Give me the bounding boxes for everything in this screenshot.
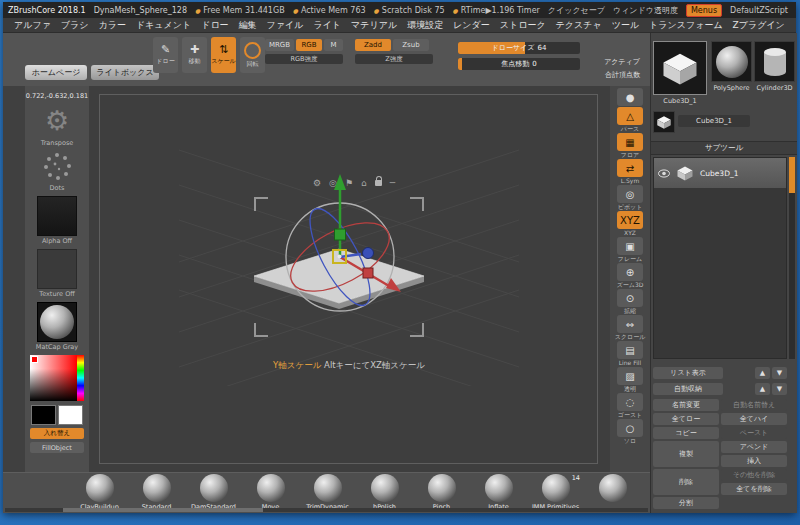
insert-button[interactable]: 挿入 (721, 455, 787, 467)
menu-item[interactable]: 環境設定 (402, 19, 448, 32)
delete-all-button[interactable]: 全てを削除 (721, 483, 787, 495)
rgb-intensity-slider[interactable]: RGB強度 (265, 54, 343, 64)
duplicate-button[interactable]: 複製 (653, 441, 719, 467)
subtool-scrollbar-handle[interactable] (789, 157, 795, 193)
append-button[interactable]: アペンド (721, 441, 787, 453)
rgb-button[interactable]: RGB (296, 39, 322, 51)
homepage-button[interactable]: ホームページ (25, 65, 87, 80)
transparency-toggle[interactable]: ▨ 透明 (617, 367, 643, 392)
brush-thumb[interactable]: ClayBuildup (71, 473, 128, 513)
copy-button[interactable]: コピー (653, 427, 719, 439)
delete-button[interactable]: 削除 (653, 469, 719, 495)
menu-item[interactable]: カラー (93, 19, 130, 32)
transpose-brush-thumb[interactable]: ⚙ (45, 104, 69, 138)
scroll-canvas-button[interactable]: ⇔ スクロール (615, 315, 646, 340)
xyz-axis-toggle[interactable]: XYZ XYZ (617, 211, 643, 236)
material-thumb[interactable] (37, 302, 77, 342)
menu-item[interactable]: アルファ (9, 19, 56, 32)
auto-collapse-button[interactable]: 自動収納 (653, 383, 723, 395)
pivot-toggle[interactable]: ◎ ピボット (617, 185, 643, 210)
window-opacity-button[interactable]: ウィンドウ透明度 (613, 5, 678, 16)
auto-rename-button[interactable]: 自動名前替え (721, 399, 787, 411)
frame-mesh-button[interactable]: ▣ フレーム (617, 237, 643, 262)
menu-item[interactable]: レンダー (448, 19, 495, 32)
m-button[interactable]: M (324, 39, 343, 51)
menu-item[interactable]: ライト (308, 19, 346, 32)
all-low-button[interactable]: 全てロー (653, 413, 719, 425)
brush-thumb[interactable]: IMM Primitives 14 (527, 473, 584, 513)
recent-tool-thumb-cube[interactable] (653, 111, 675, 133)
color-picker[interactable] (30, 355, 84, 401)
collapse-down-button[interactable]: ▼ (772, 383, 787, 395)
active-tool-thumb[interactable] (653, 41, 707, 95)
all-high-button[interactable]: 全てハイ (721, 413, 787, 425)
move-mode-button[interactable]: ✚ 移動 (182, 37, 207, 73)
brush-tray-scrollbar[interactable] (5, 508, 648, 512)
floor-grid-toggle[interactable]: ▦ フロア (617, 133, 643, 158)
menu-item[interactable]: Zプラグイン (728, 19, 790, 32)
brush-thumb[interactable]: TrimDynamic (299, 473, 356, 513)
lightbox-button[interactable]: ライトボックス (91, 65, 159, 80)
menus-button[interactable]: Menus (686, 4, 722, 17)
brush-thumb[interactable]: hPolish (356, 473, 413, 513)
mrgb-button[interactable]: MRGB (265, 39, 294, 51)
scale-mode-button[interactable]: ⇅ スケール (211, 37, 236, 73)
alpha-thumb[interactable] (37, 196, 77, 236)
quick-save-button[interactable]: クイックセーブ (548, 5, 605, 16)
switch-color-button[interactable]: 入れ替え (30, 428, 84, 439)
menu-item[interactable]: ストローク (495, 19, 551, 32)
menu-item[interactable]: ツール (607, 19, 644, 32)
hue-strip[interactable] (77, 355, 84, 401)
menu-item[interactable]: ファイル (262, 19, 309, 32)
brush-thumb[interactable]: Standard (128, 473, 185, 513)
split-button[interactable]: 分割 (653, 497, 719, 509)
menu-item[interactable]: トランスフォーム (644, 19, 727, 32)
delete-other-button[interactable]: その他を削除 (721, 469, 787, 481)
menu-item[interactable]: テクスチャ (551, 19, 607, 32)
brush-tray-scrollbar-handle[interactable] (63, 508, 263, 512)
draw-size-slider[interactable]: ドローサイズ64 (458, 42, 580, 54)
zadd-button[interactable]: Zadd (355, 39, 391, 51)
scale-canvas-button[interactable]: ⊙ 拡縮 (617, 289, 643, 314)
brush-thumb[interactable]: Move (242, 473, 299, 513)
subtool-header[interactable]: サブツール (651, 141, 797, 155)
draw-mode-button[interactable]: ✎ ドロー (153, 37, 178, 73)
transform-gizmo[interactable] (149, 126, 549, 386)
fill-object-button[interactable]: FillObject (30, 442, 84, 453)
recent-tool-thumb-polysphere[interactable] (711, 41, 752, 82)
brush-thumb[interactable] (584, 473, 641, 513)
paste-button[interactable]: ペースト (721, 427, 787, 439)
menu-item[interactable]: ドキュメント (131, 19, 196, 32)
subtool-row[interactable]: Cube3D_1 (654, 158, 786, 188)
solo-toggle[interactable]: ○ ソロ (617, 419, 643, 444)
zsub-button[interactable]: Zsub (393, 39, 429, 51)
perspective-toggle[interactable]: △ パース (617, 107, 643, 132)
brush-thumb[interactable]: Pinch (413, 473, 470, 513)
subtool-scrollbar[interactable] (789, 157, 795, 359)
rotate-mode-button[interactable]: 回転 (240, 37, 265, 73)
focal-shift-slider[interactable]: 焦点移動0 (458, 58, 580, 70)
line-fill-button[interactable]: ▤ Line Fill (617, 341, 643, 366)
brush-thumb[interactable]: DamStandard (185, 473, 242, 513)
visibility-eye-icon[interactable] (658, 169, 670, 178)
stroke-dots-thumb[interactable] (41, 151, 73, 183)
texture-thumb[interactable] (37, 249, 77, 289)
collapse-up-button[interactable]: ▲ (755, 383, 770, 395)
local-symmetry-toggle[interactable]: ⇄ L.Sym (617, 159, 643, 184)
menu-item[interactable]: ブラシ (56, 19, 94, 32)
subtool-down-button[interactable]: ▼ (772, 367, 787, 379)
zoom-3d-button[interactable]: ⊕ ズーム3D (617, 263, 644, 288)
main-color-swatch[interactable] (31, 405, 56, 425)
secondary-color-swatch[interactable] (58, 405, 83, 425)
menu-item[interactable]: マテリアル (346, 19, 402, 32)
rename-button[interactable]: 名前変更 (653, 399, 719, 411)
subtool-up-button[interactable]: ▲ (755, 367, 770, 379)
list-view-button[interactable]: リスト表示 (653, 367, 723, 379)
brush-thumb[interactable]: Inflate (470, 473, 527, 513)
document-canvas[interactable]: ⚙ ◎ ⚑ ⌂ ─ (89, 86, 610, 472)
ghost-toggle[interactable]: ◌ ゴースト (617, 393, 643, 418)
menu-item[interactable]: ドロー (196, 19, 233, 32)
menu-item[interactable]: 編集 (234, 19, 262, 32)
z-intensity-slider[interactable]: Z強度 (355, 54, 433, 64)
recent-tool-thumb-cylinder[interactable] (754, 41, 795, 82)
